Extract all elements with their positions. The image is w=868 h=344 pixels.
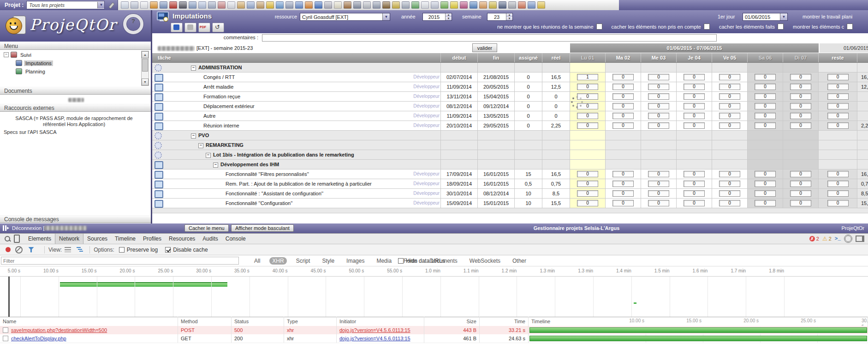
day-input[interactable]: 0 — [790, 103, 811, 109]
day-input[interactable]: 0 — [684, 171, 705, 177]
collapse-icon[interactable]: − — [213, 163, 218, 168]
gears-icon[interactable] — [353, 1, 361, 9]
day-input[interactable]: 0 — [790, 200, 811, 206]
warning-count[interactable]: 2 — [829, 236, 832, 241]
day-input[interactable]: 0 — [719, 171, 740, 177]
reste-input[interactable]: 0 — [827, 190, 849, 197]
semaine-spinner[interactable]: 23 ▲▼ — [487, 13, 513, 21]
shortcut-specs-link[interactable]: Specs sur l'API SASCA — [4, 129, 57, 135]
task-label[interactable]: Réunion interne — [203, 123, 239, 128]
console-drawer-icon[interactable]: >_ — [835, 236, 841, 241]
chart-icon[interactable] — [411, 1, 419, 9]
day-input[interactable]: 0 — [790, 122, 811, 129]
day-input[interactable]: 0 — [755, 181, 776, 187]
view-waterfall-icon[interactable] — [77, 247, 83, 252]
day-input[interactable]: 0 — [684, 113, 705, 119]
request-row[interactable]: checkAlertToDisplay.phpGET200xhrdojo.js?… — [0, 334, 868, 343]
reste-input[interactable]: 0 — [827, 122, 849, 129]
error-badge-icon[interactable]: ✗ — [809, 236, 815, 241]
day-input[interactable]: 0 — [612, 122, 634, 129]
net-column-name[interactable]: Name — [0, 317, 178, 326]
filter-pill-images[interactable]: Images — [344, 257, 367, 265]
day-input[interactable]: 0 — [684, 181, 705, 187]
reste-input[interactable]: 0 — [827, 103, 849, 109]
day-input[interactable]: 0 — [577, 181, 598, 187]
day-input[interactable]: 0 — [719, 113, 740, 119]
day-input[interactable]: 0 — [612, 84, 634, 90]
calendar-icon[interactable] — [518, 1, 526, 9]
day-input[interactable]: 0 — [790, 84, 811, 90]
card-icon[interactable] — [479, 1, 487, 9]
checkbox-icon[interactable] — [165, 247, 171, 253]
filter-pill-websockets[interactable]: WebSockets — [467, 257, 503, 265]
column-header-assign-[interactable]: assigné — [515, 53, 542, 62]
toggle-mode-button[interactable]: Afficher mode basculant — [231, 224, 294, 232]
task-label[interactable]: Arrêt maladie — [203, 84, 233, 90]
day-input[interactable]: 0 — [577, 84, 598, 90]
tab-elements[interactable]: Elements — [24, 234, 55, 244]
day-input[interactable]: 0 — [577, 190, 598, 197]
error-count[interactable]: 2 — [816, 236, 819, 241]
collapse-icon[interactable]: − — [4, 52, 9, 57]
inspect-icon[interactable] — [4, 235, 11, 242]
clear-icon[interactable] — [15, 246, 23, 253]
day-input[interactable]: 0 — [790, 171, 811, 177]
day-input[interactable]: 0 — [755, 171, 776, 177]
day-input[interactable]: 0 — [719, 190, 740, 197]
day-input[interactable]: 0 — [612, 113, 634, 119]
jour-select[interactable]: 01/06/2015 ▼ — [743, 13, 788, 21]
column-header-ve-05[interactable]: Ve 05 — [712, 53, 748, 62]
day-input[interactable]: 0 — [719, 74, 740, 80]
collapse-icon[interactable]: − — [191, 133, 196, 139]
net-column-status[interactable]: Status — [232, 317, 284, 326]
day-input[interactable]: 0 — [648, 93, 669, 100]
tab-audits[interactable]: Audits — [199, 234, 221, 244]
timeline-overview[interactable] — [0, 277, 868, 317]
team-icon[interactable] — [237, 1, 245, 9]
money-icon[interactable] — [392, 1, 400, 9]
checkbox-icon[interactable] — [398, 258, 404, 264]
shortcut-sasca-link[interactable]: SASCA (= PASS ASP, module de rapprocheme… — [4, 115, 144, 127]
preserve-log-checkbox[interactable]: Preserve log — [119, 247, 158, 253]
task-label[interactable]: Rem. Part. : Ajout de la publication de … — [226, 181, 372, 187]
group-icon[interactable] — [324, 1, 332, 9]
printer-icon[interactable] — [508, 1, 516, 9]
day-input[interactable]: 0 — [790, 74, 811, 80]
filter-pill-script[interactable]: Script — [293, 257, 313, 265]
reste-input[interactable]: 0 — [827, 200, 849, 206]
spin-up-icon[interactable]: ▲ — [506, 13, 512, 17]
day-input[interactable]: 0 — [719, 122, 740, 129]
tab-network[interactable]: Network — [55, 234, 83, 244]
checkbox-icon[interactable] — [778, 24, 784, 30]
edit-save-button[interactable] — [171, 23, 183, 32]
imputation-icon[interactable] — [189, 1, 196, 9]
warning-icon[interactable] — [266, 1, 274, 9]
user-orange-icon[interactable] — [305, 1, 313, 9]
day-input[interactable]: 0 — [612, 103, 634, 109]
warning-badge-icon[interactable]: ⚠ — [822, 235, 827, 242]
graduation-icon[interactable] — [499, 1, 506, 9]
day-input[interactable]: 0 — [577, 171, 598, 177]
day-input[interactable]: 0 — [577, 200, 598, 206]
filter-input[interactable] — [1, 257, 239, 265]
gift-icon[interactable] — [460, 1, 468, 9]
report-blue-icon[interactable] — [198, 1, 206, 9]
day-input[interactable]: 0 — [790, 190, 811, 197]
day-input[interactable]: 0 — [648, 200, 669, 206]
day-input[interactable]: 0 — [612, 200, 634, 206]
tree-scrollbar[interactable]: ▲ ▼ — [141, 51, 149, 86]
logout-link[interactable]: Déconnexion [ — [12, 225, 44, 231]
pdf-button[interactable]: PDF — [198, 23, 210, 32]
day-input[interactable]: 0 — [684, 190, 705, 197]
chevron-down-icon[interactable]: ▼ — [382, 13, 390, 20]
project-select[interactable]: Tous les projets ▼ — [26, 1, 105, 9]
day-input[interactable]: 0 — [684, 122, 705, 129]
row-checkbox-icon[interactable] — [3, 327, 8, 333]
list-icon[interactable] — [421, 1, 429, 9]
header-checkbox-item[interactable]: cacher les éléments non pris en compte — [612, 24, 710, 30]
request-name-link[interactable]: saveImputation.php?destinationWidth=500 — [11, 327, 107, 333]
help-icon[interactable]: ? — [123, 14, 143, 34]
day-input[interactable]: 0 — [577, 122, 598, 129]
net-column-type[interactable]: Type — [284, 317, 337, 326]
day-input[interactable]: 0 — [755, 190, 776, 197]
